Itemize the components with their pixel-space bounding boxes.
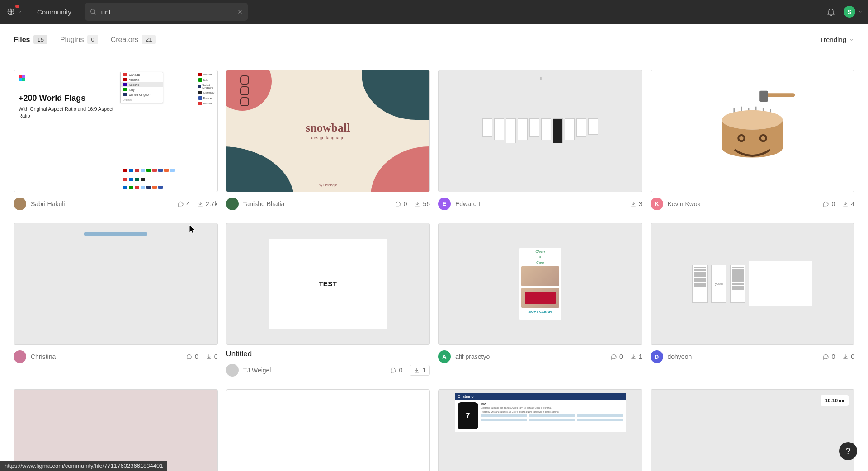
- search-icon: [90, 8, 97, 15]
- author-avatar: [14, 350, 26, 363]
- thumb-sidelist: Albania Italy United Kingdom Germany Fra…: [198, 72, 217, 106]
- file-meta: D dohyeon 0 0: [651, 350, 855, 363]
- downloads-stat[interactable]: 1: [630, 353, 642, 360]
- file-thumbnail[interactable]: [651, 70, 855, 192]
- file-author[interactable]: Sabri Hakuli: [14, 198, 65, 210]
- thumb-subline: With Original Aspect Ratio and 16:9 Aspe…: [19, 106, 119, 119]
- downloads-stat[interactable]: 3: [630, 200, 642, 207]
- file-thumbnail[interactable]: Cristiano 7 Bio Cristiano Ronaldo dos Sa…: [438, 389, 642, 471]
- download-icon: [197, 201, 203, 207]
- download-icon: [414, 367, 420, 373]
- file-thumbnail[interactable]: [226, 389, 430, 471]
- file-author[interactable]: TJ Weigel: [226, 364, 271, 377]
- community-label[interactable]: Community: [29, 8, 80, 16]
- tab-files[interactable]: Files 15: [14, 35, 47, 44]
- download-icon: [842, 201, 849, 207]
- svg-rect-2: [764, 93, 795, 97]
- file-meta: Christina 0 0: [14, 350, 218, 363]
- file-meta: K Kevin Kwok 0 4: [651, 198, 855, 210]
- file-thumbnail[interactable]: +200 World Flags With Original Aspect Ra…: [14, 70, 218, 192]
- topbar-right: S: [826, 6, 863, 18]
- comments-stat[interactable]: 0: [823, 200, 835, 207]
- comment-icon: [178, 201, 184, 207]
- tab-creators[interactable]: Creators 21: [111, 35, 156, 44]
- file-thumbnail[interactable]: snowball design language by untangle: [226, 70, 430, 192]
- file-thumbnail[interactable]: E: [438, 70, 642, 192]
- author-name: TJ Weigel: [243, 367, 271, 374]
- file-card: Christina 0 0: [14, 223, 218, 377]
- downloads-stat[interactable]: 4: [842, 200, 854, 207]
- download-icon: [414, 201, 420, 207]
- author-avatar: E: [438, 198, 451, 210]
- file-author[interactable]: K Kevin Kwok: [651, 198, 701, 210]
- file-thumbnail[interactable]: youth: [651, 223, 855, 345]
- author-avatar: [226, 364, 239, 377]
- help-button[interactable]: ?: [839, 442, 857, 460]
- file-thumbnail[interactable]: [14, 223, 218, 345]
- file-thumbnail[interactable]: TEST: [226, 223, 430, 345]
- file-meta: E Edward L 3: [438, 198, 642, 210]
- thumb-label: TEST: [319, 280, 337, 287]
- file-thumbnail[interactable]: Clean & Care SOFT CLEAN: [438, 223, 642, 345]
- file-meta: TJ Weigel 0 1: [226, 364, 430, 377]
- file-card: Cristiano 7 Bio Cristiano Ronaldo dos Sa…: [438, 389, 642, 471]
- comments-stat[interactable]: 4: [178, 200, 190, 207]
- thumb-byline: by untangle: [319, 183, 337, 187]
- home-menu-button[interactable]: [5, 3, 24, 21]
- svg-point-10: [722, 110, 783, 130]
- author-name: Tanishq Bhatia: [243, 200, 285, 207]
- tab-plugins[interactable]: Plugins 0: [60, 35, 98, 44]
- search-box[interactable]: [85, 3, 248, 21]
- author-avatar: [226, 198, 239, 210]
- author-avatar: D: [651, 350, 663, 363]
- file-meta: Tanishq Bhatia 0 56: [226, 198, 430, 210]
- file-card: youth D dohyeon 0 0: [651, 223, 855, 377]
- file-author[interactable]: Christina: [14, 350, 56, 363]
- author-name: Kevin Kwok: [668, 200, 701, 207]
- file-card: [226, 389, 430, 471]
- comments-stat[interactable]: 0: [395, 200, 407, 207]
- chevron-down-icon: [18, 9, 22, 14]
- download-icon: [842, 353, 849, 360]
- status-url-bar: https://www.figma.com/community/file/771…: [0, 461, 167, 471]
- file-author[interactable]: E Edward L: [438, 198, 482, 210]
- svg-rect-3: [760, 91, 768, 102]
- thumb-subtitle: design language: [311, 136, 344, 140]
- search-clear-button[interactable]: [237, 9, 243, 15]
- file-author[interactable]: Tanishq Bhatia: [226, 198, 285, 210]
- download-icon: [206, 353, 212, 360]
- file-card: +200 World Flags With Original Aspect Ra…: [14, 70, 218, 210]
- file-title[interactable]: Untitled: [226, 349, 430, 358]
- file-card: 10:10: [651, 389, 855, 471]
- downloads-stat[interactable]: 56: [414, 200, 430, 207]
- author-avatar: A: [438, 350, 451, 363]
- file-thumbnail[interactable]: KATARZYNA KOWALCZYK: [14, 389, 218, 471]
- file-author[interactable]: D dohyeon: [651, 350, 692, 363]
- downloads-stat[interactable]: 2.7k: [197, 200, 217, 207]
- account-menu-button[interactable]: S: [844, 6, 863, 18]
- comments-stat[interactable]: 0: [186, 353, 198, 360]
- downloads-stat[interactable]: 0: [842, 353, 854, 360]
- comments-stat[interactable]: 0: [611, 353, 623, 360]
- comments-stat[interactable]: 0: [390, 367, 402, 374]
- file-author[interactable]: A afif prasetyo: [438, 350, 490, 363]
- duplicate-button[interactable]: 1: [410, 365, 430, 376]
- tabs-row: Files 15 Plugins 0 Creators 21 Trending: [0, 24, 868, 56]
- downloads-stat[interactable]: 0: [206, 353, 218, 360]
- download-icon: [630, 201, 637, 207]
- thumb-dropdown: Canada Albania Kosovo Italy United Kingd…: [120, 72, 163, 103]
- comment-icon: [395, 201, 401, 207]
- thumb-headline: +200 World Flags: [19, 94, 119, 103]
- file-thumbnail[interactable]: 10:10: [651, 389, 855, 471]
- bell-icon: [826, 7, 835, 16]
- chevron-down-icon: [849, 37, 854, 42]
- comment-icon: [823, 353, 829, 360]
- comments-stat[interactable]: 0: [823, 353, 835, 360]
- notifications-button[interactable]: [826, 7, 835, 16]
- author-avatar: [14, 198, 26, 210]
- stump-hammer-illustration: [686, 82, 818, 179]
- globe-icon: [7, 8, 15, 16]
- sort-button[interactable]: Trending: [820, 36, 854, 43]
- chevron-down-icon: [858, 9, 863, 14]
- search-input[interactable]: [101, 8, 232, 16]
